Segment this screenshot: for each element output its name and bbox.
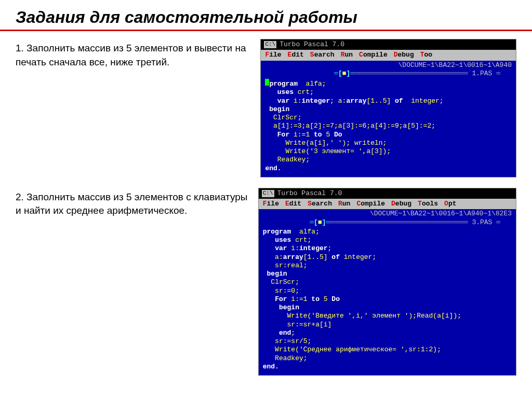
row-1: 1. Заполнить массив из 5 элементов и выв… bbox=[16, 39, 516, 177]
menu-tools[interactable]: Tools bbox=[418, 200, 438, 208]
menu-run[interactable]: Run bbox=[341, 51, 353, 59]
menu-edit[interactable]: Edit bbox=[288, 51, 304, 59]
path-2: \DOCUME~1\BA22~1\0016~1\A940~1\82E3 bbox=[259, 209, 516, 218]
code-1: program alfa; uses crt; var i:integer; a… bbox=[261, 78, 516, 177]
turbo-pascal-window-2: C:\ Turbo Pascal 7.0 File Edit Search Ru… bbox=[258, 188, 516, 376]
file-tab-2: ═[■]═══════════════════════════════════ … bbox=[259, 218, 516, 227]
task-2-text: 2. Заполнить массив из 5 элементов с кла… bbox=[16, 188, 248, 376]
title-underline bbox=[0, 30, 532, 31]
titlebar-2: C:\ Turbo Pascal 7.0 bbox=[259, 188, 516, 199]
turbo-pascal-window-1: C:\ Turbo Pascal 7.0 File Edit Search Ru… bbox=[260, 39, 516, 177]
menu-file[interactable]: File bbox=[265, 51, 281, 59]
task-1-text: 1. Заполнить массив из 5 элементов и выв… bbox=[16, 39, 250, 177]
menu-debug[interactable]: Debug bbox=[391, 200, 411, 208]
menu-debug[interactable]: Debug bbox=[394, 51, 414, 59]
menu-tools-cut[interactable]: Too bbox=[420, 51, 432, 59]
titlebar-1: C:\ Turbo Pascal 7.0 bbox=[261, 39, 516, 50]
window-title: Turbo Pascal 7.0 bbox=[280, 40, 344, 49]
file-tab-1: ═[■]═════════════════════════════ 1.PAS … bbox=[261, 70, 516, 78]
menu-compile[interactable]: Compile bbox=[359, 51, 388, 59]
menu-file[interactable]: File bbox=[263, 200, 279, 208]
app-icon: C:\ bbox=[262, 190, 274, 197]
slide-title: Задания для самостоятельной работы bbox=[16, 8, 516, 27]
menu-search[interactable]: Search bbox=[310, 51, 335, 59]
menu-edit[interactable]: Edit bbox=[285, 200, 301, 208]
menu-bar-1[interactable]: File Edit Search Run Compile Debug Too bbox=[261, 50, 516, 60]
menu-run[interactable]: Run bbox=[338, 200, 350, 208]
menu-bar-2[interactable]: File Edit Search Run Compile Debug Tools… bbox=[259, 199, 516, 209]
row-2: 2. Заполнить массив из 5 элементов с кла… bbox=[16, 188, 516, 376]
path-1: \DOCUME~1\BA22~1\0016~1\A940 bbox=[261, 61, 516, 70]
app-icon: C:\ bbox=[264, 41, 276, 48]
window-title: Turbo Pascal 7.0 bbox=[277, 189, 342, 198]
menu-search[interactable]: Search bbox=[308, 200, 332, 208]
menu-compile[interactable]: Compile bbox=[356, 200, 385, 208]
menu-options[interactable]: Opt bbox=[444, 200, 456, 208]
code-2: program alfa; uses crt; var i:integer; a… bbox=[259, 227, 516, 375]
